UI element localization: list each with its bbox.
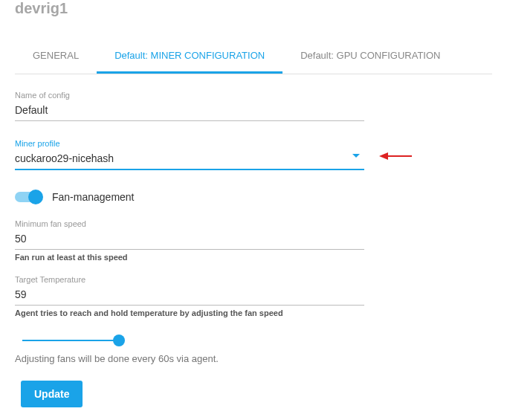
tab-miner-configuration[interactable]: Default: MINER CONFIGURATION [97,39,282,74]
miner-profile-select[interactable]: cuckaroo29-nicehash [15,149,364,170]
interval-info-text: Adjusting fans will be done every 60s vi… [15,353,364,364]
toggle-knob [28,190,43,204]
target-temperature-label: Target Temperature [15,275,364,284]
svg-marker-1 [379,152,388,160]
field-min-fan-speed: Minimum fan speed Fan run at least at th… [15,215,364,262]
slider-track [22,340,119,341]
fan-management-toggle[interactable] [15,192,42,202]
config-name-label: Name of config [15,91,364,100]
fan-management-label: Fan-management [52,191,135,203]
slider-thumb [113,335,125,346]
min-fan-speed-help: Fan run at least at this speed [15,253,364,262]
update-button[interactable]: Update [21,381,83,407]
config-name-input[interactable] [15,101,364,121]
field-target-temperature: Target Temperature Agent tries to reach … [15,271,364,317]
tab-general[interactable]: GENERAL [15,39,97,74]
miner-profile-value: cuckaroo29-nicehash [15,149,364,170]
page-title: devrig1 [15,0,492,17]
min-fan-speed-label: Minimum fan speed [15,219,364,228]
field-miner-profile: Miner profile cuckaroo29-nicehash [15,135,364,170]
fan-management-row: Fan-management [15,191,364,203]
miner-profile-label: Miner profile [15,139,364,148]
field-config-name: Name of config [15,86,364,121]
interval-slider[interactable] [22,340,119,341]
target-temperature-help: Agent tries to reach and hold temperatur… [15,308,364,317]
tab-gpu-configuration[interactable]: Default: GPU CONFIGURATION [282,39,458,74]
chevron-down-icon [352,154,360,158]
form-area: Name of config Miner profile cuckaroo29-… [15,86,364,407]
arrow-annotation-icon [379,150,412,162]
target-temperature-input[interactable] [15,285,364,306]
tabs: GENERAL Default: MINER CONFIGURATION Def… [15,39,492,74]
min-fan-speed-input[interactable] [15,230,364,250]
